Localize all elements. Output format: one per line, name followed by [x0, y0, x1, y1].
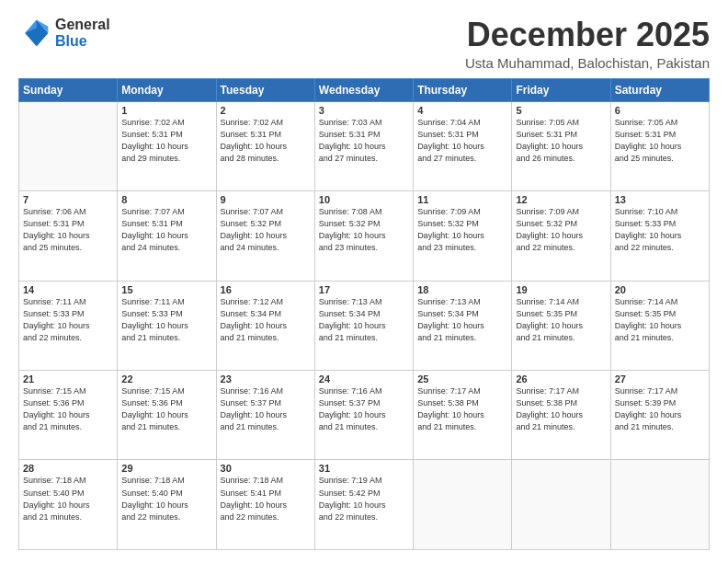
table-row: 5Sunrise: 7:05 AMSunset: 5:31 PMDaylight… — [512, 101, 610, 190]
table-row: 16Sunrise: 7:12 AMSunset: 5:34 PMDayligh… — [216, 281, 314, 370]
table-row: 25Sunrise: 7:17 AMSunset: 5:38 PMDayligh… — [414, 371, 512, 460]
table-row: 28Sunrise: 7:18 AMSunset: 5:40 PMDayligh… — [19, 460, 118, 550]
day-number: 22 — [121, 373, 211, 385]
logo-icon — [18, 17, 51, 50]
table-row: 12Sunrise: 7:09 AMSunset: 5:32 PMDayligh… — [512, 191, 610, 281]
day-number: 1 — [121, 105, 211, 116]
table-row: 22Sunrise: 7:15 AMSunset: 5:36 PMDayligh… — [118, 371, 216, 460]
table-row: 4Sunrise: 7:04 AMSunset: 5:31 PMDaylight… — [414, 101, 512, 190]
calendar-week-row: 28Sunrise: 7:18 AMSunset: 5:40 PMDayligh… — [19, 460, 710, 550]
day-info: Sunrise: 7:04 AMSunset: 5:31 PMDaylight:… — [417, 117, 507, 165]
day-number: 21 — [23, 373, 113, 385]
col-friday: Friday — [512, 78, 610, 101]
day-info: Sunrise: 7:02 AMSunset: 5:31 PMDaylight:… — [121, 117, 211, 165]
table-row: 7Sunrise: 7:06 AMSunset: 5:31 PMDaylight… — [19, 191, 118, 281]
day-info: Sunrise: 7:17 AMSunset: 5:38 PMDaylight:… — [417, 385, 507, 433]
table-row: 9Sunrise: 7:07 AMSunset: 5:32 PMDaylight… — [216, 191, 314, 281]
day-info: Sunrise: 7:11 AMSunset: 5:33 PMDaylight:… — [23, 296, 113, 344]
day-number: 11 — [417, 194, 507, 205]
title-block: December 2025 Usta Muhammad, Balochistan… — [465, 17, 710, 71]
day-number: 29 — [121, 463, 211, 474]
day-number: 16 — [221, 284, 311, 295]
day-info: Sunrise: 7:18 AMSunset: 5:41 PMDaylight:… — [221, 475, 311, 523]
calendar-week-row: 14Sunrise: 7:11 AMSunset: 5:33 PMDayligh… — [19, 281, 710, 370]
table-row — [610, 460, 709, 550]
day-number: 9 — [221, 194, 311, 205]
day-info: Sunrise: 7:05 AMSunset: 5:31 PMDaylight:… — [615, 117, 705, 165]
table-row: 11Sunrise: 7:09 AMSunset: 5:32 PMDayligh… — [414, 191, 512, 281]
table-row: 6Sunrise: 7:05 AMSunset: 5:31 PMDaylight… — [610, 101, 709, 190]
day-info: Sunrise: 7:08 AMSunset: 5:32 PMDaylight:… — [319, 206, 409, 254]
day-info: Sunrise: 7:14 AMSunset: 5:35 PMDaylight:… — [615, 296, 705, 344]
day-number: 10 — [319, 194, 409, 205]
table-row — [19, 101, 118, 190]
table-row: 31Sunrise: 7:19 AMSunset: 5:42 PMDayligh… — [314, 460, 413, 550]
day-number: 8 — [121, 194, 211, 205]
day-info: Sunrise: 7:15 AMSunset: 5:36 PMDaylight:… — [23, 385, 113, 433]
calendar-header-row: Sunday Monday Tuesday Wednesday Thursday… — [19, 78, 710, 101]
day-info: Sunrise: 7:17 AMSunset: 5:39 PMDaylight:… — [615, 385, 705, 433]
col-tuesday: Tuesday — [216, 78, 314, 101]
day-info: Sunrise: 7:07 AMSunset: 5:31 PMDaylight:… — [121, 206, 211, 254]
day-info: Sunrise: 7:13 AMSunset: 5:34 PMDaylight:… — [319, 296, 409, 344]
day-info: Sunrise: 7:07 AMSunset: 5:32 PMDaylight:… — [221, 206, 311, 254]
day-info: Sunrise: 7:09 AMSunset: 5:32 PMDaylight:… — [417, 206, 507, 254]
day-info: Sunrise: 7:17 AMSunset: 5:38 PMDaylight:… — [516, 385, 606, 433]
table-row: 15Sunrise: 7:11 AMSunset: 5:33 PMDayligh… — [118, 281, 216, 370]
table-row — [414, 460, 512, 550]
table-row: 19Sunrise: 7:14 AMSunset: 5:35 PMDayligh… — [512, 281, 610, 370]
day-info: Sunrise: 7:18 AMSunset: 5:40 PMDaylight:… — [23, 475, 113, 523]
day-number: 4 — [417, 105, 507, 116]
day-info: Sunrise: 7:05 AMSunset: 5:31 PMDaylight:… — [516, 117, 606, 165]
table-row: 13Sunrise: 7:10 AMSunset: 5:33 PMDayligh… — [610, 191, 709, 281]
day-info: Sunrise: 7:09 AMSunset: 5:32 PMDaylight:… — [516, 206, 606, 254]
day-number: 20 — [615, 284, 705, 295]
col-wednesday: Wednesday — [314, 78, 413, 101]
col-sunday: Sunday — [19, 78, 118, 101]
day-number: 12 — [516, 194, 606, 205]
day-info: Sunrise: 7:11 AMSunset: 5:33 PMDaylight:… — [121, 296, 211, 344]
day-number: 23 — [221, 373, 311, 385]
day-number: 30 — [221, 463, 311, 474]
table-row: 21Sunrise: 7:15 AMSunset: 5:36 PMDayligh… — [19, 371, 118, 460]
day-number: 25 — [417, 373, 507, 385]
day-info: Sunrise: 7:19 AMSunset: 5:42 PMDaylight:… — [319, 475, 409, 523]
subtitle: Usta Muhammad, Balochistan, Pakistan — [465, 55, 710, 71]
day-number: 31 — [319, 463, 409, 474]
calendar-week-row: 7Sunrise: 7:06 AMSunset: 5:31 PMDaylight… — [19, 191, 710, 281]
day-info: Sunrise: 7:14 AMSunset: 5:35 PMDaylight:… — [516, 296, 606, 344]
day-info: Sunrise: 7:16 AMSunset: 5:37 PMDaylight:… — [319, 385, 409, 433]
table-row: 30Sunrise: 7:18 AMSunset: 5:41 PMDayligh… — [216, 460, 314, 550]
day-info: Sunrise: 7:03 AMSunset: 5:31 PMDaylight:… — [319, 117, 409, 165]
day-number: 2 — [221, 105, 311, 116]
logo: General Blue — [18, 17, 110, 51]
day-info: Sunrise: 7:06 AMSunset: 5:31 PMDaylight:… — [23, 206, 113, 254]
day-number: 24 — [319, 373, 409, 385]
col-saturday: Saturday — [610, 78, 709, 101]
day-info: Sunrise: 7:12 AMSunset: 5:34 PMDaylight:… — [221, 296, 311, 344]
table-row: 1Sunrise: 7:02 AMSunset: 5:31 PMDaylight… — [118, 101, 216, 190]
day-number: 5 — [516, 105, 606, 116]
day-number: 15 — [121, 284, 211, 295]
table-row: 10Sunrise: 7:08 AMSunset: 5:32 PMDayligh… — [314, 191, 413, 281]
day-info: Sunrise: 7:10 AMSunset: 5:33 PMDaylight:… — [615, 206, 705, 254]
main-title: December 2025 — [465, 17, 710, 53]
day-number: 3 — [319, 105, 409, 116]
col-thursday: Thursday — [414, 78, 512, 101]
day-info: Sunrise: 7:15 AMSunset: 5:36 PMDaylight:… — [121, 385, 211, 433]
logo-text: General Blue — [55, 17, 110, 51]
header: General Blue December 2025 Usta Muhammad… — [18, 17, 710, 71]
table-row: 26Sunrise: 7:17 AMSunset: 5:38 PMDayligh… — [512, 371, 610, 460]
table-row — [512, 460, 610, 550]
day-number: 6 — [615, 105, 705, 116]
day-info: Sunrise: 7:18 AMSunset: 5:40 PMDaylight:… — [121, 475, 211, 523]
day-number: 28 — [23, 463, 113, 474]
day-info: Sunrise: 7:13 AMSunset: 5:34 PMDaylight:… — [417, 296, 507, 344]
table-row: 29Sunrise: 7:18 AMSunset: 5:40 PMDayligh… — [118, 460, 216, 550]
calendar-week-row: 1Sunrise: 7:02 AMSunset: 5:31 PMDaylight… — [19, 101, 710, 190]
table-row: 23Sunrise: 7:16 AMSunset: 5:37 PMDayligh… — [216, 371, 314, 460]
day-info: Sunrise: 7:16 AMSunset: 5:37 PMDaylight:… — [221, 385, 311, 433]
table-row: 17Sunrise: 7:13 AMSunset: 5:34 PMDayligh… — [314, 281, 413, 370]
table-row: 3Sunrise: 7:03 AMSunset: 5:31 PMDaylight… — [314, 101, 413, 190]
logo-line1: General — [55, 17, 110, 33]
